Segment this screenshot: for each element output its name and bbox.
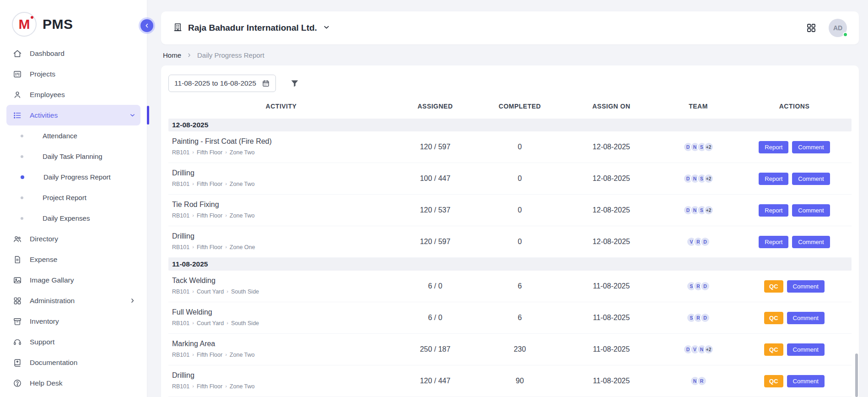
company-selector[interactable]: Raja Bahadur International Ltd. [173, 22, 330, 34]
activity-name: Marking Area [172, 340, 390, 348]
column-header-completed: COMPLETED [476, 103, 563, 110]
team-avatar-group: DNS+2 [683, 205, 714, 215]
activity-path: RB101›Fifth Floor›Zone One [172, 244, 390, 250]
sidebar-item-label: Help Desk [30, 379, 63, 387]
assign-on-cell: 12-08-2025 [563, 143, 659, 151]
column-header-actions: ACTIONS [737, 103, 852, 110]
sidebar-item-activities[interactable]: Activities [6, 105, 140, 125]
filter-icon[interactable] [290, 78, 300, 88]
qc-button[interactable]: QC [764, 280, 783, 293]
activity-cell: Tie Rod FixingRB101›Fifth Floor›Zone Two [168, 197, 394, 223]
column-header-assign-on: ASSIGN ON [563, 103, 659, 110]
sidebar-item-image-gallary[interactable]: Image Gallary [6, 270, 140, 290]
report-button[interactable]: Report [759, 204, 788, 217]
sidebar-collapse-button[interactable] [140, 19, 153, 32]
sidebar-item-dashboard[interactable]: Dashboard [6, 43, 140, 64]
assign-on-cell: 12-08-2025 [563, 206, 659, 214]
column-header-activity: ACTIVITY [168, 103, 394, 110]
sidebar-item-daily-task-planning[interactable]: Daily Task Planning [0, 146, 147, 167]
sidebar-item-employees[interactable]: Employees [6, 84, 140, 105]
team-more-badge[interactable]: +2 [704, 205, 714, 215]
header-actions: AD [806, 19, 847, 37]
sidebar: M PMS DashboardProjectsEmployeesActiviti… [0, 0, 147, 397]
team-more-badge[interactable]: +2 [704, 174, 714, 184]
date-group-header: 11-08-2025 [168, 258, 852, 271]
sidebar-item-support[interactable]: Support [6, 332, 140, 352]
activity-cell: DrillingRB101›Fifth Floor›Zone Two [168, 165, 394, 192]
sidebar-item-documentation[interactable]: Documentation [6, 352, 140, 373]
team-more-badge[interactable]: +2 [704, 344, 714, 354]
team-avatar[interactable]: D [700, 281, 710, 291]
chevron-right-icon: › [225, 245, 227, 250]
comment-button[interactable]: Comment [787, 343, 825, 356]
column-header-team: TEAM [659, 103, 737, 110]
sidebar-item-help-desk[interactable]: Help Desk [6, 373, 140, 393]
filter-row: 11-08-2025 to 16-08-2025 [168, 75, 852, 92]
actions-cell: QCComment [737, 343, 852, 356]
team-avatar[interactable]: D [700, 313, 710, 323]
sidebar-item-project-report[interactable]: Project Report [0, 187, 147, 208]
logo[interactable]: M PMS [0, 0, 147, 43]
path-segment: Zone Two [230, 352, 255, 358]
bullet-dot [21, 135, 23, 137]
breadcrumb-home[interactable]: Home [163, 51, 181, 59]
logo-letter: M [19, 17, 30, 31]
path-segment: Zone Two [230, 149, 255, 156]
date-group-header: 12-08-2025 [168, 119, 852, 131]
activity-name: Drilling [172, 371, 390, 380]
path-segment: RB101 [172, 352, 189, 358]
comment-button[interactable]: Comment [792, 236, 830, 248]
report-button[interactable]: Report [759, 236, 788, 248]
assigned-cell: 6 / 0 [394, 282, 476, 290]
chevron-right-icon: › [226, 321, 228, 326]
path-segment: RB101 [172, 149, 189, 156]
comment-button[interactable]: Comment [787, 375, 825, 387]
comment-button[interactable]: Comment [792, 141, 830, 153]
qc-button[interactable]: QC [764, 312, 783, 324]
top-header: Raja Bahadur International Ltd. AD [161, 11, 859, 44]
assigned-cell: 100 / 447 [394, 174, 476, 183]
comment-button[interactable]: Comment [787, 280, 825, 293]
sidebar-item-daily-expenses[interactable]: Daily Expenses [0, 208, 147, 228]
team-cell: DNS+2 [659, 174, 737, 184]
sidebar-item-directory[interactable]: Directory [6, 228, 140, 249]
completed-cell: 0 [476, 238, 563, 246]
table-row: Marking AreaRB101›Fifth Floor›Zone Two25… [168, 334, 852, 365]
company-name: Raja Bahadur International Ltd. [188, 23, 317, 33]
path-segment: RB101 [172, 181, 189, 187]
activity-name: Drilling [172, 169, 390, 177]
sidebar-item-daily-progress-report[interactable]: Daily Progress Report [0, 167, 147, 187]
team-cell: VRD [659, 237, 737, 247]
sidebar-item-projects[interactable]: Projects [6, 64, 140, 84]
path-segment: Court Yard [197, 320, 224, 326]
report-button[interactable]: Report [759, 173, 788, 185]
comment-button[interactable]: Comment [787, 312, 825, 324]
sidebar-item-attendance[interactable]: Attendance [0, 125, 147, 146]
inventory-icon [13, 317, 22, 326]
qc-button[interactable]: QC [764, 375, 783, 387]
sidebar-item-inventory[interactable]: Inventory [6, 311, 140, 332]
team-avatar[interactable]: R [697, 376, 707, 386]
assign-on-cell: 12-08-2025 [563, 238, 659, 246]
team-avatar-group: DNS+2 [683, 142, 714, 152]
sidebar-subitem-label: Daily Task Planning [43, 152, 102, 160]
chevron-right-icon: › [225, 150, 227, 155]
team-avatar[interactable]: D [700, 237, 710, 247]
chevron-down-icon [129, 112, 136, 119]
team-more-badge[interactable]: +2 [704, 142, 714, 152]
apps-grid-icon[interactable] [806, 22, 817, 33]
comment-button[interactable]: Comment [792, 173, 830, 185]
report-button[interactable]: Report [759, 141, 788, 153]
sidebar-item-administration[interactable]: Administration [6, 290, 140, 311]
scrollbar[interactable] [855, 353, 858, 397]
qc-button[interactable]: QC [764, 343, 783, 356]
comment-button[interactable]: Comment [792, 204, 830, 217]
date-range-input[interactable]: 11-08-2025 to 16-08-2025 [168, 75, 276, 92]
user-avatar[interactable]: AD [829, 19, 847, 37]
table-row: DrillingRB101›Fifth Floor›Zone Two120 / … [168, 365, 852, 397]
path-segment: Fifth Floor [197, 149, 222, 156]
chevron-right-icon: › [192, 245, 194, 250]
sidebar-item-expense[interactable]: Expense [6, 249, 140, 270]
team-avatar-group: DNS+2 [683, 174, 714, 184]
table-body: 12-08-2025Painting - First Coat (Fire Re… [168, 119, 852, 397]
